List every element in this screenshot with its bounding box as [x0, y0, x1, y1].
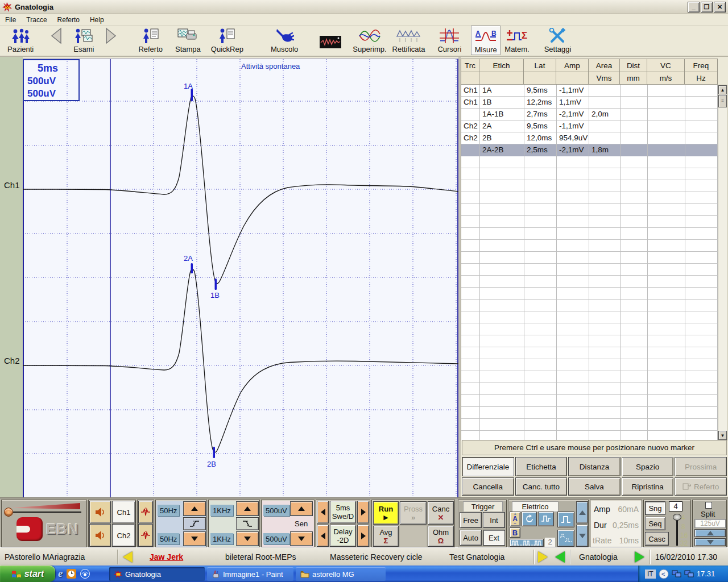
col-header[interactable]: Amp [556, 59, 589, 72]
stampa-button[interactable]: Stampa [172, 26, 204, 55]
stim-train-button[interactable] [510, 539, 544, 547]
table-row[interactable] [461, 300, 718, 311]
ch1-audio-button[interactable] [89, 501, 111, 523]
col-header[interactable]: Area [589, 59, 620, 72]
scroll-down-button[interactable]: ▼ [718, 431, 727, 440]
pazienti-button[interactable]: Pazienti [5, 26, 36, 55]
cancella-button[interactable]: Cancella [462, 477, 514, 496]
split-up-button[interactable] [694, 529, 726, 537]
minimize-button[interactable]: _ [688, 2, 700, 13]
trigger-ext-button[interactable]: Ext [483, 530, 505, 546]
table-row[interactable] [461, 216, 718, 228]
table-row[interactable] [461, 395, 718, 407]
emg-trace-button[interactable] [317, 26, 344, 55]
delay-dec-button[interactable] [317, 525, 329, 547]
canc-button[interactable]: Canc ✕ [428, 501, 454, 525]
trigger-int-button[interactable]: Int [483, 512, 505, 528]
test-name-3[interactable]: Masseteric Recovery cicle [330, 552, 423, 562]
next-protocol-arrow[interactable] [635, 551, 644, 563]
sensitivity-down-button[interactable] [290, 531, 313, 546]
test-name-2[interactable]: bileteral Root-MEPs [225, 552, 296, 562]
active-test-name[interactable]: Jaw Jerk [150, 552, 183, 562]
sweep-dec-button[interactable] [317, 501, 329, 523]
ch2-audio-button[interactable] [89, 524, 111, 547]
ch2-highpass-value[interactable]: 50Hz [158, 533, 179, 544]
table-row[interactable] [461, 407, 718, 419]
table-row[interactable] [461, 156, 718, 168]
table-row[interactable] [461, 228, 718, 240]
table-row[interactable]: 1A-1B2,7ms-2,1mV2,0m [461, 109, 718, 120]
stim-repeat-button[interactable] [522, 512, 537, 526]
table-row[interactable] [461, 431, 718, 440]
menu-file[interactable]: File [0, 15, 21, 25]
table-row[interactable]: Ch22A9,5ms-1,1mV [461, 120, 718, 132]
network-icon[interactable] [672, 570, 681, 578]
col-header[interactable]: Lat [524, 59, 556, 72]
ch1-notch-button[interactable] [138, 501, 153, 523]
table-row[interactable] [461, 359, 718, 371]
distanza-button[interactable]: Distanza [568, 457, 621, 476]
highpass-link-button[interactable] [183, 517, 206, 530]
tray-circle-icon[interactable]: < [659, 569, 669, 579]
table-row[interactable] [461, 383, 718, 395]
ch1-lowpass-value[interactable]: 1KHz [210, 505, 233, 516]
ch2-lowpass-value[interactable]: 1KHz [210, 533, 233, 544]
ch1-button[interactable]: Ch1 [112, 501, 135, 523]
sweep-value-button[interactable]: 5msSwe/D [332, 504, 354, 521]
ch2-notch-button[interactable] [138, 524, 153, 547]
stim-double-pulse-button[interactable] [557, 530, 574, 547]
salva-button[interactable]: Salva [568, 477, 621, 496]
start-button[interactable]: start [0, 566, 55, 582]
lowpass-down-button[interactable] [236, 531, 259, 546]
prev-exam-button[interactable] [47, 26, 66, 55]
col-header[interactable]: Trc [461, 59, 479, 72]
delay-inc-button[interactable] [357, 525, 369, 547]
table-row[interactable] [461, 335, 718, 347]
task-gnatologia[interactable]: Gnatologia [109, 567, 205, 581]
scroll-up-button[interactable]: ▲ [718, 85, 727, 94]
restore-button[interactable]: ❐ [701, 2, 713, 13]
esami-button[interactable]: Esami [71, 26, 97, 55]
stim-up-button[interactable] [576, 501, 588, 523]
dur-value[interactable]: 0,25ms [613, 521, 639, 530]
quickrep-button[interactable]: QuickRep [208, 26, 246, 55]
sng-button[interactable]: Sng [645, 501, 665, 515]
superimp-button[interactable]: Superimp. [350, 26, 389, 55]
table-row[interactable] [461, 192, 718, 204]
table-row[interactable] [461, 204, 718, 216]
rettificata-button[interactable]: Rettificata [390, 26, 428, 55]
etichetta-button[interactable]: Etichetta [515, 457, 568, 476]
volume-slider-track[interactable] [7, 512, 81, 513]
table-row[interactable] [461, 311, 718, 323]
table-row[interactable] [461, 168, 718, 180]
network-icon[interactable] [684, 570, 694, 578]
lowpass-link-button[interactable] [236, 517, 259, 530]
differenziale-button[interactable]: Differenziale [462, 457, 514, 476]
col-header[interactable]: VC [647, 59, 685, 72]
stim-single-pulse-button[interactable] [557, 512, 574, 527]
seq-button[interactable]: Seq [645, 517, 665, 530]
ripristina-button[interactable]: Ripristina [622, 477, 674, 496]
col-header[interactable]: Dist [620, 59, 647, 72]
task-paint[interactable]: Immagine1 - Paint [207, 567, 293, 581]
amp-value[interactable]: 60mA [618, 505, 639, 514]
ch2-sensitivity-value[interactable]: 500uV [263, 533, 289, 544]
trigger-auto-button[interactable]: Auto [460, 530, 482, 546]
table-row[interactable] [461, 371, 718, 383]
highpass-down-button[interactable] [183, 531, 206, 546]
count-slider-knob[interactable] [673, 514, 681, 521]
prev-protocol-arrow[interactable] [555, 551, 565, 563]
table-row[interactable] [461, 180, 718, 192]
timer-icon[interactable] [67, 569, 76, 579]
stim-down-button[interactable] [576, 525, 588, 547]
table-row[interactable] [461, 323, 718, 335]
menu-referto[interactable]: Referto [52, 15, 85, 25]
menu-tracce[interactable]: Tracce [21, 15, 52, 25]
ch1-sensitivity-value[interactable]: 500uV [263, 505, 289, 516]
col-header[interactable]: Freq [685, 59, 718, 72]
highpass-up-button[interactable] [183, 501, 206, 516]
split-down-button[interactable] [694, 538, 726, 546]
table-row[interactable] [461, 276, 718, 288]
casc-button[interactable]: Casc [645, 532, 669, 546]
trate-value[interactable]: 10ms [619, 536, 639, 545]
